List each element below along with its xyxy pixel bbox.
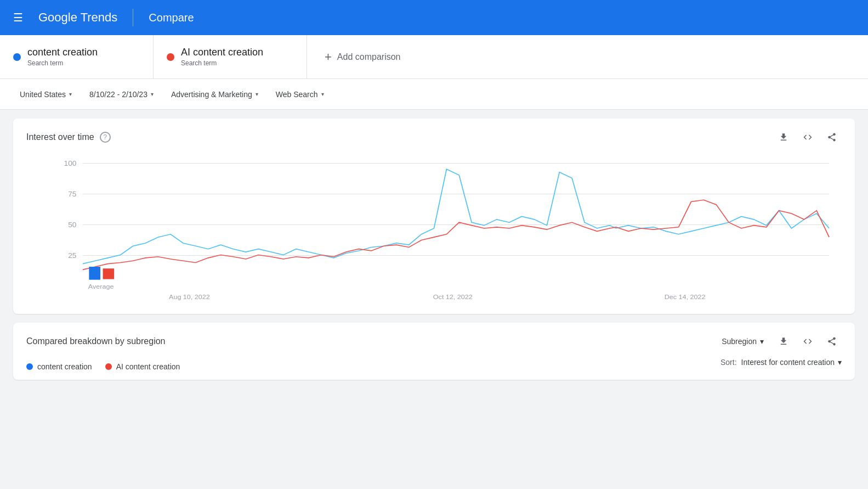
region-filter[interactable]: United States ▾ — [13, 86, 78, 103]
legend-item-2: AI content creation — [105, 362, 180, 371]
search-term-1[interactable]: content creation Search term — [0, 35, 154, 78]
svg-text:25: 25 — [68, 251, 76, 260]
breakdown-header: Compared breakdown by subregion Subregio… — [26, 331, 842, 351]
legend-item-1: content creation — [26, 362, 92, 371]
logo: Google Trends — [38, 10, 117, 25]
svg-text:Oct 12, 2022: Oct 12, 2022 — [433, 294, 473, 301]
interest-over-time-title: Interest over time — [26, 132, 94, 142]
add-comparison-button[interactable]: + Add comparison — [307, 35, 868, 78]
subregion-label: Subregion — [722, 337, 757, 346]
region-arrow: ▾ — [69, 91, 72, 97]
logo-text: Google Trends — [38, 10, 117, 25]
filter-bar: United States ▾ 8/10/22 - 2/10/23 ▾ Adve… — [0, 79, 868, 110]
date-filter[interactable]: 8/10/22 - 2/10/23 ▾ — [83, 86, 160, 103]
svg-rect-11 — [89, 267, 100, 280]
region-value: United States — [20, 90, 66, 99]
search-type-filter[interactable]: Web Search ▾ — [269, 86, 331, 103]
card-title-row: Interest over time ? — [26, 132, 111, 143]
chart-svg: 100 75 50 25 Aug 10, 2022 Oct 12, 2022 D… — [26, 151, 842, 305]
breakdown-card: Compared breakdown by subregion Subregio… — [13, 323, 855, 380]
menu-icon[interactable]: ☰ — [9, 7, 27, 29]
interest-over-time-card: Interest over time ? — [13, 119, 855, 314]
search-type-arrow: ▾ — [321, 91, 324, 97]
search-terms-bar: content creation Search term AI content … — [0, 35, 868, 79]
search-type-value: Web Search — [276, 90, 318, 99]
subregion-arrow: ▾ — [760, 337, 764, 346]
term2-type: Search term — [181, 59, 263, 67]
main-content: Interest over time ? — [0, 110, 868, 397]
sort-dropdown[interactable]: Interest for content creation ▾ — [741, 358, 842, 367]
header-divider — [133, 9, 133, 26]
svg-rect-12 — [103, 268, 115, 279]
sort-row: Sort: Interest for content creation ▾ — [721, 358, 842, 367]
term1-info: content creation Search term — [27, 47, 98, 67]
breakdown-title: Compared breakdown by subregion — [26, 336, 165, 346]
sort-value: Interest for content creation — [741, 358, 835, 367]
breakdown-footer: content creation AI content creation Sor… — [26, 358, 842, 371]
category-filter[interactable]: Advertising & Marketing ▾ — [164, 86, 265, 103]
term2-info: AI content creation Search term — [181, 47, 263, 67]
svg-text:Average: Average — [88, 283, 114, 290]
legend-dot-2 — [105, 363, 112, 370]
add-icon: + — [325, 50, 332, 64]
breakdown-legend: content creation AI content creation — [26, 362, 180, 371]
svg-text:Dec 14, 2022: Dec 14, 2022 — [665, 294, 706, 301]
legend-label-2: AI content creation — [116, 362, 180, 371]
share-button[interactable] — [822, 127, 842, 147]
term1-dot — [13, 53, 21, 61]
legend-label-1: content creation — [37, 362, 92, 371]
chart-container: 100 75 50 25 Aug 10, 2022 Oct 12, 2022 D… — [26, 151, 842, 305]
date-arrow: ▾ — [151, 91, 154, 97]
term2-name: AI content creation — [181, 47, 263, 58]
download-button[interactable] — [774, 127, 793, 147]
category-arrow: ▾ — [256, 91, 258, 97]
help-icon[interactable]: ? — [100, 132, 111, 143]
term1-name: content creation — [27, 47, 98, 58]
breakdown-embed-button[interactable] — [798, 331, 818, 351]
svg-text:100: 100 — [64, 159, 77, 167]
breakdown-share-button[interactable] — [822, 331, 842, 351]
subregion-dropdown[interactable]: Subregion ▾ — [716, 334, 769, 349]
term1-type: Search term — [27, 59, 98, 67]
term2-dot — [167, 53, 174, 61]
embed-button[interactable] — [798, 127, 818, 147]
page-title: Compare — [149, 12, 194, 24]
date-value: 8/10/22 - 2/10/23 — [89, 90, 147, 99]
category-value: Advertising & Marketing — [171, 90, 252, 99]
card-actions — [774, 127, 842, 147]
card-header: Interest over time ? — [26, 127, 842, 147]
breakdown-download-button[interactable] — [774, 331, 793, 351]
search-term-2[interactable]: AI content creation Search term — [154, 35, 307, 78]
svg-text:Aug 10, 2022: Aug 10, 2022 — [169, 294, 210, 301]
svg-text:75: 75 — [68, 190, 76, 198]
sort-arrow: ▾ — [838, 358, 842, 367]
add-comparison-label: Add comparison — [337, 52, 401, 62]
legend-dot-1 — [26, 363, 33, 370]
breakdown-controls: Subregion ▾ — [716, 331, 842, 351]
header: ☰ Google Trends Compare — [0, 0, 868, 35]
svg-text:50: 50 — [68, 221, 76, 229]
sort-label: Sort: — [721, 358, 737, 367]
